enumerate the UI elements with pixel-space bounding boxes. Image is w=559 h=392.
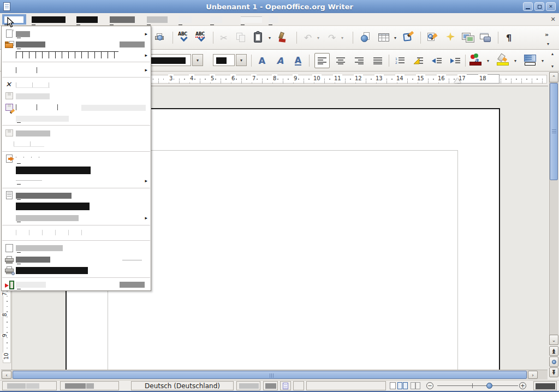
justify-button[interactable]	[370, 53, 385, 68]
background-color-dropdown-arrow[interactable]: ▾	[542, 58, 544, 63]
menu-item-8-redacted[interactable]	[239, 14, 265, 25]
menu-item-2-redacted[interactable]	[29, 14, 68, 25]
book-layout-icon-right[interactable]	[415, 382, 420, 389]
double-page-layout-icon-left[interactable]	[397, 382, 402, 389]
toolbar-options-arrow[interactable]: ▾	[547, 41, 549, 46]
file-menu-item-print[interactable]	[2, 254, 151, 265]
next-page-button[interactable]: ▼▼	[549, 367, 558, 377]
navigation-button[interactable]	[549, 357, 558, 367]
file-menu-item-templates[interactable]: ▸	[2, 213, 151, 223]
file-menu-item-web-preview[interactable]	[2, 228, 151, 237]
undo-dropdown-arrow[interactable]: ▾	[317, 35, 319, 40]
hyperlink-button[interactable]	[359, 30, 374, 45]
bold-button[interactable]: A	[254, 53, 270, 68]
file-menu-item-reload-disabled[interactable]	[2, 128, 151, 139]
background-color-button[interactable]	[523, 53, 538, 68]
scroll-left-button[interactable]: ‹	[2, 371, 11, 379]
menu-item-6-redacted[interactable]	[176, 14, 194, 25]
highlighting-dropdown-arrow[interactable]: ▾	[514, 58, 516, 63]
bullet-list-button[interactable]	[411, 53, 426, 68]
menu-item-9-redacted[interactable]	[266, 14, 281, 25]
paste-dropdown-arrow[interactable]: ▾	[269, 35, 271, 40]
menu-item-3-redacted[interactable]	[74, 14, 100, 25]
status-page-style-cell[interactable]	[60, 381, 119, 390]
nonprinting-characters-button[interactable]: ¶	[501, 30, 516, 45]
paste-button[interactable]	[251, 30, 266, 45]
menu-item-5-redacted[interactable]	[145, 14, 170, 25]
font-size-combo[interactable]	[213, 54, 235, 66]
maximize-button[interactable]	[534, 2, 544, 11]
file-menu-item-redacted-black-2[interactable]	[2, 201, 151, 211]
file-menu-item-versions[interactable]	[2, 139, 151, 149]
menu-item-4-redacted[interactable]	[108, 14, 138, 25]
italic-button[interactable]: A	[272, 53, 288, 68]
zoom-out-button[interactable]: −	[426, 382, 433, 389]
single-page-layout-icon[interactable]	[390, 382, 396, 389]
undo-button[interactable]: ↶	[300, 30, 316, 45]
file-menu-item-save-disabled[interactable]	[2, 91, 151, 102]
redo-button[interactable]: ↷	[324, 30, 340, 45]
cut-button[interactable]: ✂	[216, 30, 231, 45]
toolbar-scroll-up-arrow[interactable]: ▴	[551, 51, 554, 56]
file-menu-item-export[interactable]	[2, 153, 151, 164]
file-menu-item-wizards[interactable]: ▸	[2, 65, 151, 74]
font-color-dropdown-arrow[interactable]: ▾	[487, 58, 489, 63]
titlebar[interactable]: Unbenannt 1 - OpenOffice.org Writer ✕	[0, 0, 559, 13]
spellcheck-button[interactable]: ABC	[177, 30, 192, 45]
underline-button[interactable]: A	[290, 53, 306, 68]
file-menu-item-send[interactable]: ▸	[2, 176, 151, 185]
file-menu-item-save-all[interactable]	[2, 114, 151, 123]
font-color-button[interactable]: a	[468, 53, 484, 68]
file-menu-item-new-document[interactable]: ▸	[2, 29, 151, 39]
font-size-dropdown-button[interactable]: ▾	[236, 54, 247, 66]
data-sources-button[interactable]	[478, 30, 493, 45]
align-center-button[interactable]	[333, 53, 348, 68]
status-selection-mode-cell[interactable]	[263, 381, 278, 390]
draw-functions-button[interactable]	[402, 30, 417, 45]
close-document-button[interactable]: ✕	[549, 16, 557, 25]
previous-page-button[interactable]: ▲▲	[549, 346, 558, 356]
redo-dropdown-arrow[interactable]: ▾	[341, 35, 343, 40]
horizontal-scrollbar-track[interactable]: ‹ ›	[1, 370, 548, 379]
copy-button[interactable]	[234, 30, 249, 45]
status-page-number-cell[interactable]	[2, 381, 57, 390]
menu-item-7-redacted[interactable]	[208, 14, 225, 25]
horizontal-scrollbar-thumb[interactable]	[13, 371, 527, 379]
status-digital-signature-cell[interactable]	[293, 381, 304, 390]
file-menu-item-page-preview[interactable]	[2, 243, 151, 253]
scroll-right-button[interactable]: ›	[528, 371, 538, 379]
double-page-layout-icon-right[interactable]	[403, 382, 408, 389]
zoom-in-button[interactable]: +	[519, 382, 526, 389]
file-menu-item-exit[interactable]	[2, 280, 151, 290]
decrease-indent-button[interactable]	[429, 53, 444, 68]
font-name-dropdown-button[interactable]: ▾	[192, 54, 203, 66]
file-menu-item-open[interactable]	[2, 39, 151, 50]
navigator-button[interactable]	[443, 30, 459, 45]
toolbar-overflow-button[interactable]: »	[545, 31, 549, 38]
numbered-list-button[interactable]: 12	[392, 53, 407, 68]
minimize-button[interactable]	[523, 2, 533, 11]
insert-table-button[interactable]	[377, 30, 392, 45]
close-button[interactable]: ✕	[546, 2, 556, 11]
toolbar-scroll-down-arrow[interactable]: ▾	[551, 64, 554, 69]
file-menu-item-redacted-black-1[interactable]	[2, 165, 151, 175]
vertical-scrollbar-thumb[interactable]	[550, 83, 558, 180]
status-info-cell[interactable]	[306, 381, 386, 390]
file-menu-item-recent-documents[interactable]: ▸	[2, 50, 151, 60]
file-menu-item-close[interactable]: ✕	[2, 80, 151, 90]
align-left-button[interactable]	[314, 53, 330, 68]
zoom-slider-track[interactable]	[437, 385, 518, 386]
print-preview-button[interactable]	[154, 30, 169, 45]
zoom-slider-thumb[interactable]	[486, 383, 492, 389]
scroll-up-button[interactable]: ⌃	[549, 72, 558, 82]
format-paintbrush-button[interactable]	[276, 30, 292, 45]
scroll-down-button[interactable]: ⌄	[549, 335, 558, 345]
status-document-modified-cell[interactable]	[280, 381, 291, 390]
book-layout-icon-left[interactable]	[411, 382, 415, 389]
table-dropdown-arrow[interactable]: ▾	[394, 35, 396, 40]
auto-spellcheck-button[interactable]: ABC	[194, 30, 210, 45]
status-language-cell[interactable]: Deutsch (Deutschland)	[131, 381, 234, 390]
highlighting-button[interactable]	[496, 53, 511, 68]
status-insert-mode-cell[interactable]	[236, 381, 260, 390]
increase-indent-button[interactable]	[448, 53, 463, 68]
